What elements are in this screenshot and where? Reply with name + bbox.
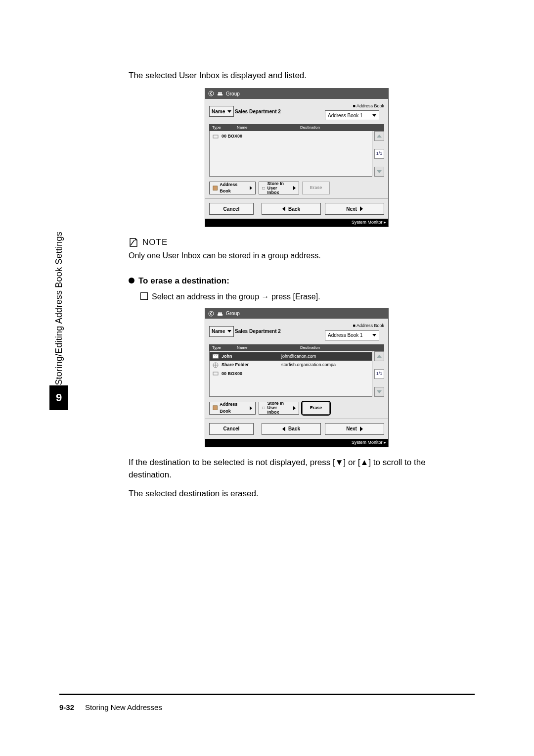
book-icon — [213, 405, 218, 411]
box-icon — [213, 134, 219, 139]
book-icon — [213, 185, 218, 191]
chevron-down-icon — [227, 330, 231, 332]
store-in-user-inbox-button[interactable]: Store In User Inbox — [259, 182, 299, 194]
page-indicator: 1/1 — [374, 369, 384, 379]
store-in-user-inbox-button[interactable]: Store In User Inbox — [259, 402, 299, 415]
scrollbar[interactable]: 1/1 — [374, 131, 384, 177]
footer-section-title: Storing New Addresses — [85, 703, 162, 711]
footer-rule — [59, 694, 475, 695]
erase-button[interactable]: Erase — [302, 182, 330, 194]
list-item[interactable]: 00 BOX00 — [210, 132, 372, 141]
address-book-label: ■ Address Book — [325, 323, 384, 330]
name-button[interactable]: Name — [209, 326, 234, 337]
svg-point-2 — [220, 92, 222, 94]
note-body: Only one User Inbox can be stored in a g… — [129, 250, 465, 262]
page-footer: 9-32 Storing New Addresses — [59, 694, 475, 711]
name-button[interactable]: Name — [209, 106, 234, 117]
svg-rect-6 — [263, 187, 265, 189]
list-item[interactable]: 00 BOX00 — [210, 370, 372, 378]
destination-list[interactable]: John john@canon.com Share Folder starfis… — [209, 351, 372, 397]
svg-rect-15 — [263, 407, 265, 409]
chevron-down-icon — [372, 114, 376, 117]
svg-point-1 — [218, 92, 220, 94]
triangle-right-icon — [360, 426, 363, 431]
sim-titlebar: Group — [205, 89, 388, 99]
list-item[interactable]: Share Folder starfish.organization.compa — [210, 361, 372, 370]
svg-rect-14 — [213, 406, 218, 410]
group-icon — [217, 91, 223, 96]
scroll-down-button[interactable] — [374, 387, 384, 397]
name-value: Sales Department 2 — [235, 108, 320, 115]
triangle-right-icon — [360, 206, 363, 211]
svg-rect-5 — [213, 186, 218, 190]
note-icon — [129, 237, 138, 247]
svg-point-0 — [209, 91, 214, 96]
chevron-down-icon — [227, 110, 231, 113]
list-item[interactable]: John john@canon.com — [210, 352, 372, 361]
next-button[interactable]: Next — [325, 203, 384, 215]
result-line: The selected destination is erased. — [129, 487, 465, 500]
address-book-label: ■ Address Book — [325, 103, 384, 110]
group-icon — [217, 311, 223, 317]
name-value: Sales Department 2 — [235, 328, 320, 335]
chapter-title: Storing/Editing Address Book Settings — [54, 228, 64, 385]
svg-rect-4 — [213, 135, 218, 138]
checkbox-icon — [140, 292, 148, 300]
svg-point-9 — [220, 312, 222, 314]
triangle-left-icon — [282, 426, 285, 431]
box-icon — [213, 371, 219, 376]
mail-icon — [213, 354, 219, 359]
svg-rect-3 — [218, 94, 222, 95]
svg-rect-13 — [213, 372, 218, 375]
inbox-icon — [262, 405, 265, 411]
screenshot-store-inbox: Group Name Sales Department 2 ■ Address … — [205, 88, 389, 228]
screenshot-erase-destination: Group Name Sales Department 2 ■ Address … — [205, 308, 389, 447]
svg-point-8 — [218, 312, 220, 314]
status-bar[interactable]: System Monitor ▸ — [205, 439, 388, 447]
back-arrow-icon — [208, 311, 214, 317]
subheading-erase-destination: To erase a destination: — [129, 275, 465, 287]
intro-line: The selected User Inbox is displayed and… — [129, 69, 465, 82]
chapter-tab: Storing/Editing Address Book Settings 9 — [49, 228, 68, 410]
scroll-up-button[interactable] — [374, 351, 384, 361]
list-header: Type Name Destination — [209, 344, 384, 351]
cancel-button[interactable]: Cancel — [209, 203, 254, 215]
page-indicator: 1/1 — [374, 149, 384, 159]
globe-icon — [213, 363, 219, 368]
address-book-dropdown[interactable]: Address Book 1 — [325, 331, 379, 340]
back-arrow-icon — [208, 91, 214, 96]
erase-button[interactable]: Erase — [302, 402, 330, 415]
sim-title: Group — [226, 310, 240, 317]
scroll-down-button[interactable] — [374, 167, 384, 177]
inbox-icon — [262, 185, 265, 191]
address-book-dropdown[interactable]: Address Book 1 — [325, 110, 379, 120]
status-bar[interactable]: System Monitor ▸ — [205, 219, 388, 227]
note-label: NOTE — [142, 236, 168, 249]
note-heading: NOTE — [129, 236, 465, 249]
back-button[interactable]: Back — [262, 203, 321, 215]
next-button[interactable]: Next — [325, 423, 384, 435]
destination-list[interactable]: 00 BOX00 — [209, 131, 372, 177]
sim-title: Group — [226, 90, 240, 97]
svg-rect-10 — [218, 314, 222, 316]
address-book-button[interactable]: Address Book — [209, 402, 256, 415]
bullet-icon — [129, 278, 134, 284]
scrollbar[interactable]: 1/1 — [374, 351, 384, 397]
page-number: 9-32 — [59, 703, 74, 711]
step-select-address: Select an address in the group → press [… — [140, 291, 465, 303]
scroll-hint: If the destination to be selected is not… — [129, 456, 465, 481]
chevron-down-icon — [372, 334, 376, 336]
triangle-left-icon — [282, 206, 285, 211]
address-book-button[interactable]: Address Book — [209, 182, 256, 194]
scroll-up-button[interactable] — [374, 131, 384, 141]
back-button[interactable]: Back — [262, 423, 321, 435]
sim-titlebar: Group — [205, 308, 388, 319]
list-header: Type Name Destination — [209, 124, 384, 131]
chapter-number: 9 — [49, 385, 68, 410]
cancel-button[interactable]: Cancel — [209, 423, 254, 435]
svg-point-7 — [209, 311, 214, 316]
